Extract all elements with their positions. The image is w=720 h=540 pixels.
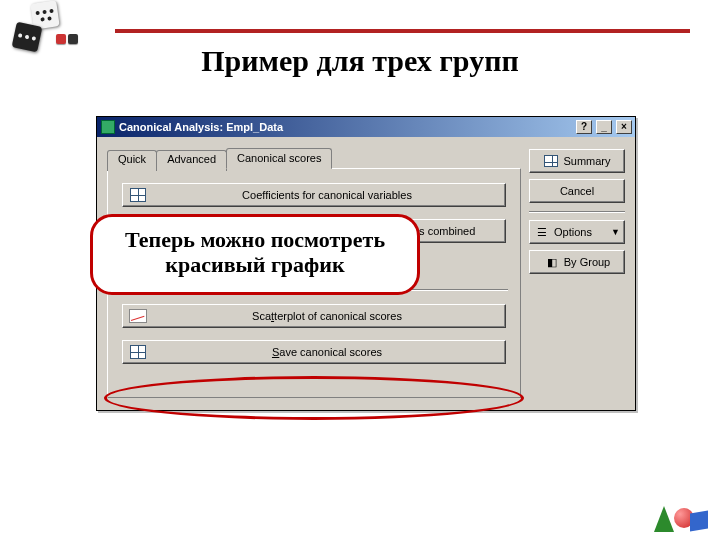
grid-icon (129, 344, 147, 360)
side-buttons: Summary Cancel ☰ Options ▼ ◧ By Group (529, 147, 625, 398)
summary-icon (543, 154, 559, 168)
window-title: Canonical Analysis: Empl_Data (119, 121, 572, 133)
coefficients-button[interactable]: Coefficients for canonical variables (122, 183, 506, 207)
summary-button[interactable]: Summary (529, 149, 625, 173)
cancel-button[interactable]: Cancel (529, 179, 625, 203)
by-group-side-label: By Group (564, 256, 610, 268)
by-group-side-button[interactable]: ◧ By Group (529, 250, 625, 274)
options-icon: ☰ (534, 225, 550, 239)
app-icon (101, 120, 115, 134)
cancel-label: Cancel (560, 185, 594, 197)
scatter-icon (129, 308, 147, 324)
annotation-callout: Теперь можно посмотреть красивый график (90, 214, 420, 295)
shapes-decoration (654, 488, 708, 534)
scatterplot-label: Scatterplot of canonical scores (155, 310, 499, 322)
tab-quick[interactable]: Quick (107, 150, 157, 171)
tab-advanced[interactable]: Advanced (156, 150, 227, 171)
tab-canonical-scores[interactable]: Canonical scores (226, 148, 332, 169)
callout-line1: Теперь можно посмотреть (109, 227, 401, 252)
by-group-icon: ◧ (544, 255, 560, 269)
summary-label: Summary (563, 155, 610, 167)
grid-icon (129, 187, 147, 203)
chevron-down-icon: ▼ (611, 227, 620, 237)
tab-strip: Quick Advanced Canonical scores (107, 148, 521, 169)
close-button[interactable]: × (616, 120, 632, 134)
help-button[interactable]: ? (576, 120, 592, 134)
scatterplot-button[interactable]: Scatterplot of canonical scores (122, 304, 506, 328)
minimize-button[interactable]: _ (596, 120, 612, 134)
slide-divider (115, 29, 690, 33)
options-label: Options (554, 226, 592, 238)
side-separator (529, 211, 625, 212)
save-scores-button[interactable]: Save canonical scores (122, 340, 506, 364)
callout-line2: красивый график (109, 252, 401, 277)
options-button[interactable]: ☰ Options ▼ (529, 220, 625, 244)
save-scores-label: Save canonical scores (155, 346, 499, 358)
titlebar[interactable]: Canonical Analysis: Empl_Data ? _ × (97, 117, 635, 137)
coefficients-label: Coefficients for canonical variables (155, 189, 499, 201)
slide-title: Пример для трех групп (0, 44, 720, 78)
